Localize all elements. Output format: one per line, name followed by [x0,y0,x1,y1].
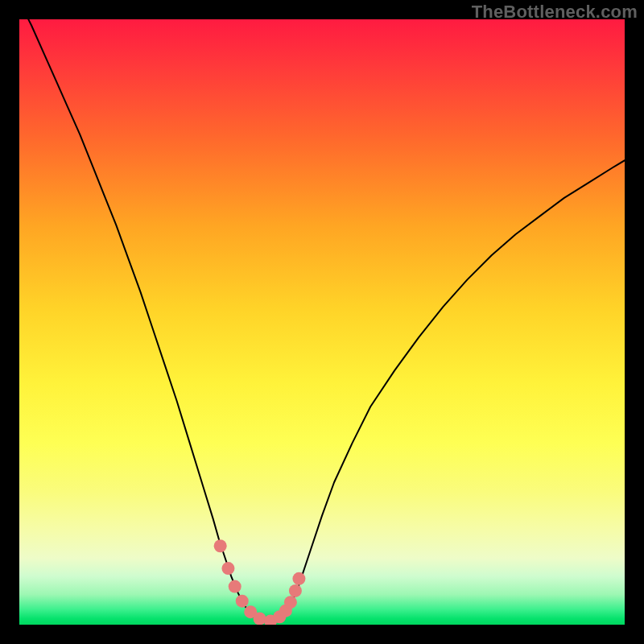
chart-plot-area [19,19,625,625]
chart-markers [19,19,625,625]
chart-marker [229,580,242,593]
chart-marker [289,584,302,597]
chart-frame: TheBottleneck.com [0,0,644,644]
chart-marker [284,596,297,609]
chart-marker [254,612,266,625]
chart-marker [236,595,249,608]
chart-marker [292,572,305,585]
chart-marker [214,539,227,552]
chart-marker [221,562,234,575]
watermark-text: TheBottleneck.com [472,2,638,23]
